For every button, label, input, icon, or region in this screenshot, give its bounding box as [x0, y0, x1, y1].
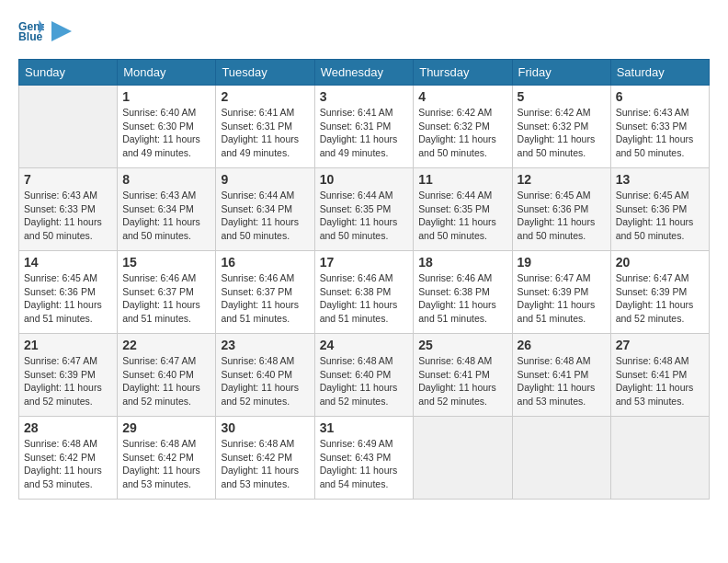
calendar-cell: 20Sunrise: 6:47 AMSunset: 6:39 PMDayligh…: [610, 251, 709, 334]
calendar-cell: 8Sunrise: 6:43 AMSunset: 6:34 PMDaylight…: [118, 168, 216, 251]
day-info: Sunrise: 6:47 AMSunset: 6:39 PMDaylight:…: [616, 271, 704, 326]
week-row-4: 21Sunrise: 6:47 AMSunset: 6:39 PMDayligh…: [19, 334, 710, 417]
day-info: Sunrise: 6:46 AMSunset: 6:38 PMDaylight:…: [320, 271, 409, 326]
day-number: 1: [122, 89, 210, 104]
weekday-header-thursday: Thursday: [414, 60, 512, 86]
day-info: Sunrise: 6:48 AMSunset: 6:41 PMDaylight:…: [616, 354, 704, 408]
day-number: 6: [616, 89, 704, 104]
svg-marker-3: [51, 21, 72, 41]
calendar-cell: 24Sunrise: 6:48 AMSunset: 6:40 PMDayligh…: [314, 334, 414, 417]
calendar-cell: 9Sunrise: 6:44 AMSunset: 6:34 PMDaylight…: [216, 168, 314, 251]
day-info: Sunrise: 6:40 AMSunset: 6:30 PMDaylight:…: [122, 106, 210, 160]
calendar-cell: 29Sunrise: 6:48 AMSunset: 6:42 PMDayligh…: [118, 417, 216, 500]
day-info: Sunrise: 6:45 AMSunset: 6:36 PMDaylight:…: [24, 271, 112, 326]
day-info: Sunrise: 6:46 AMSunset: 6:37 PMDaylight:…: [122, 271, 210, 326]
week-row-1: 1Sunrise: 6:40 AMSunset: 6:30 PMDaylight…: [19, 86, 710, 168]
calendar-cell: 13Sunrise: 6:45 AMSunset: 6:36 PMDayligh…: [610, 168, 709, 251]
day-number: 25: [418, 338, 506, 352]
day-number: 30: [221, 420, 309, 435]
day-info: Sunrise: 6:45 AMSunset: 6:36 PMDaylight:…: [616, 189, 704, 243]
day-info: Sunrise: 6:48 AMSunset: 6:41 PMDaylight:…: [518, 354, 606, 408]
calendar-cell: 23Sunrise: 6:48 AMSunset: 6:40 PMDayligh…: [216, 334, 314, 417]
calendar-cell: 30Sunrise: 6:48 AMSunset: 6:42 PMDayligh…: [216, 417, 314, 500]
day-number: 10: [320, 172, 409, 187]
day-info: Sunrise: 6:41 AMSunset: 6:31 PMDaylight:…: [320, 106, 409, 160]
day-number: 14: [24, 255, 112, 270]
day-number: 26: [518, 338, 606, 352]
week-row-5: 28Sunrise: 6:48 AMSunset: 6:42 PMDayligh…: [19, 417, 710, 500]
calendar-cell: 12Sunrise: 6:45 AMSunset: 6:36 PMDayligh…: [512, 168, 610, 251]
calendar-cell: 11Sunrise: 6:44 AMSunset: 6:35 PMDayligh…: [414, 168, 512, 251]
day-number: 18: [418, 255, 506, 270]
day-number: 12: [518, 172, 606, 187]
day-number: 16: [221, 255, 309, 270]
day-number: 2: [221, 89, 309, 104]
page-header: General Blue: [18, 18, 710, 44]
calendar-cell: 6Sunrise: 6:43 AMSunset: 6:33 PMDaylight…: [610, 86, 709, 168]
calendar-cell: 17Sunrise: 6:46 AMSunset: 6:38 PMDayligh…: [314, 251, 414, 334]
calendar-cell: 14Sunrise: 6:45 AMSunset: 6:36 PMDayligh…: [19, 251, 118, 334]
day-number: 7: [24, 172, 112, 187]
day-number: 8: [122, 172, 210, 187]
day-number: 20: [616, 255, 704, 270]
calendar-cell: [19, 86, 118, 168]
calendar-cell: [414, 417, 512, 500]
calendar-cell: 27Sunrise: 6:48 AMSunset: 6:41 PMDayligh…: [610, 334, 709, 417]
day-info: Sunrise: 6:46 AMSunset: 6:37 PMDaylight:…: [221, 271, 309, 326]
day-number: 15: [122, 255, 210, 270]
day-info: Sunrise: 6:42 AMSunset: 6:32 PMDaylight:…: [418, 106, 506, 160]
calendar-cell: 2Sunrise: 6:41 AMSunset: 6:31 PMDaylight…: [216, 86, 314, 168]
calendar-table: SundayMondayTuesdayWednesdayThursdayFrid…: [18, 59, 710, 500]
day-info: Sunrise: 6:41 AMSunset: 6:31 PMDaylight:…: [221, 106, 309, 160]
day-number: 4: [418, 89, 506, 104]
calendar-cell: 1Sunrise: 6:40 AMSunset: 6:30 PMDaylight…: [118, 86, 216, 168]
calendar-cell: 21Sunrise: 6:47 AMSunset: 6:39 PMDayligh…: [19, 334, 118, 417]
day-number: 24: [320, 338, 409, 352]
weekday-header-sunday: Sunday: [19, 60, 118, 86]
day-info: Sunrise: 6:48 AMSunset: 6:42 PMDaylight:…: [221, 437, 309, 491]
weekday-header-row: SundayMondayTuesdayWednesdayThursdayFrid…: [19, 60, 710, 86]
calendar-cell: [610, 417, 709, 500]
weekday-header-friday: Friday: [512, 60, 610, 86]
calendar-header: SundayMondayTuesdayWednesdayThursdayFrid…: [19, 60, 710, 86]
logo-icon: General Blue: [18, 18, 44, 44]
day-number: 28: [24, 420, 112, 435]
calendar-cell: 15Sunrise: 6:46 AMSunset: 6:37 PMDayligh…: [118, 251, 216, 334]
day-number: 31: [320, 420, 409, 435]
calendar-body: 1Sunrise: 6:40 AMSunset: 6:30 PMDaylight…: [19, 86, 710, 500]
day-info: Sunrise: 6:47 AMSunset: 6:40 PMDaylight:…: [122, 354, 210, 408]
day-number: 27: [616, 338, 704, 352]
calendar-cell: 25Sunrise: 6:48 AMSunset: 6:41 PMDayligh…: [414, 334, 512, 417]
day-info: Sunrise: 6:44 AMSunset: 6:35 PMDaylight:…: [418, 189, 506, 243]
day-number: 22: [122, 338, 210, 352]
day-info: Sunrise: 6:44 AMSunset: 6:34 PMDaylight:…: [221, 189, 309, 243]
week-row-2: 7Sunrise: 6:43 AMSunset: 6:33 PMDaylight…: [19, 168, 710, 251]
day-info: Sunrise: 6:48 AMSunset: 6:40 PMDaylight:…: [320, 354, 409, 408]
day-info: Sunrise: 6:43 AMSunset: 6:33 PMDaylight:…: [616, 106, 704, 160]
calendar-cell: 22Sunrise: 6:47 AMSunset: 6:40 PMDayligh…: [118, 334, 216, 417]
day-info: Sunrise: 6:43 AMSunset: 6:33 PMDaylight:…: [24, 189, 112, 243]
day-info: Sunrise: 6:47 AMSunset: 6:39 PMDaylight:…: [518, 271, 606, 326]
calendar-cell: 26Sunrise: 6:48 AMSunset: 6:41 PMDayligh…: [512, 334, 610, 417]
calendar-cell: 19Sunrise: 6:47 AMSunset: 6:39 PMDayligh…: [512, 251, 610, 334]
day-info: Sunrise: 6:48 AMSunset: 6:42 PMDaylight:…: [122, 437, 210, 491]
day-number: 9: [221, 172, 309, 187]
day-number: 17: [320, 255, 409, 270]
day-number: 3: [320, 89, 409, 104]
day-info: Sunrise: 6:48 AMSunset: 6:42 PMDaylight:…: [24, 437, 112, 491]
day-info: Sunrise: 6:48 AMSunset: 6:41 PMDaylight:…: [418, 354, 506, 408]
weekday-header-wednesday: Wednesday: [314, 60, 414, 86]
calendar-cell: 18Sunrise: 6:46 AMSunset: 6:38 PMDayligh…: [414, 251, 512, 334]
day-number: 5: [518, 89, 606, 104]
calendar-cell: 4Sunrise: 6:42 AMSunset: 6:32 PMDaylight…: [414, 86, 512, 168]
weekday-header-saturday: Saturday: [610, 60, 709, 86]
calendar-cell: [512, 417, 610, 500]
day-number: 29: [122, 420, 210, 435]
day-info: Sunrise: 6:48 AMSunset: 6:40 PMDaylight:…: [221, 354, 309, 408]
weekday-header-tuesday: Tuesday: [216, 60, 314, 86]
day-info: Sunrise: 6:44 AMSunset: 6:35 PMDaylight:…: [320, 189, 409, 243]
weekday-header-monday: Monday: [118, 60, 216, 86]
calendar-cell: 7Sunrise: 6:43 AMSunset: 6:33 PMDaylight…: [19, 168, 118, 251]
day-number: 21: [24, 338, 112, 352]
day-info: Sunrise: 6:45 AMSunset: 6:36 PMDaylight:…: [518, 189, 606, 243]
